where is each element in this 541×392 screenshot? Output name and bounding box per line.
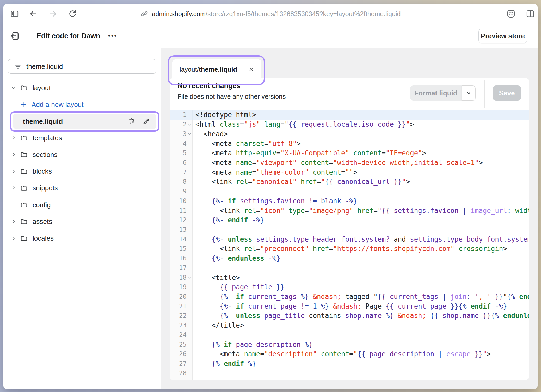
code-line-13: 13 <box>170 225 529 235</box>
line-number-9: 9 <box>170 187 193 196</box>
code-text[interactable]: <meta name="viewport" content="width=dev… <box>193 159 483 167</box>
split-view-icon[interactable] <box>525 8 536 20</box>
more-actions-button[interactable]: ••• <box>108 33 117 39</box>
file-item-label: theme.liquid <box>23 118 121 126</box>
code-text[interactable]: <link rel="preconnect" href="https://fon… <box>193 245 507 253</box>
code-editor[interactable]: 1<!doctype html>2<html class="js" lang="… <box>170 110 529 380</box>
sidebar-item-layout[interactable]: layout <box>3 79 161 96</box>
chevron-right-icon[interactable] <box>10 168 17 175</box>
sidebar-item-assets[interactable]: assets <box>3 213 161 230</box>
code-line-7: 7 <meta name="theme-color" content=""> <box>170 167 529 177</box>
folder-icon <box>20 134 28 142</box>
plus-icon <box>20 101 27 108</box>
address-bar[interactable]: admin.shopify.com/store/rzq1xu-f5/themes… <box>140 10 401 18</box>
code-text[interactable]: {%- endif -%} <box>193 216 264 224</box>
fold-toggle-icon[interactable] <box>187 122 192 126</box>
code-text[interactable]: {{ page_title }} <box>193 283 285 291</box>
fold-toggle-icon[interactable] <box>187 275 192 280</box>
code-text[interactable]: <meta http-equiv="X-UA-Compatible" conte… <box>193 149 426 157</box>
chevron-down-icon[interactable] <box>10 84 17 91</box>
code-line-4: 4 <meta charset="utf-8"> <box>170 139 529 148</box>
editor-info-bar: No recent changes File does not have any… <box>170 78 529 110</box>
chevron-right-icon[interactable] <box>10 185 17 191</box>
code-line-19: 19 {{ page_title }} <box>170 282 529 292</box>
close-tab-icon[interactable] <box>247 65 255 73</box>
code-line-2: 2<html class="js" lang="{{ request.local… <box>170 120 529 129</box>
tab-layout-theme-liquid[interactable]: layout/theme.liquid <box>172 59 261 79</box>
folder-label: layout <box>33 84 51 92</box>
save-button: Save <box>493 85 521 101</box>
sidebar-item-snippets[interactable]: snippets <box>3 180 161 196</box>
sidebar-item-locales[interactable]: locales <box>3 230 161 247</box>
line-number-2: 2 <box>170 120 193 129</box>
code-line-9: 9 <box>170 187 529 196</box>
format-options-dropdown[interactable] <box>462 85 476 101</box>
code-text[interactable]: {%- endunless -%} <box>193 254 280 262</box>
code-text[interactable]: <head> <box>193 130 228 138</box>
sidebar-item-templates[interactable]: templates <box>3 130 161 146</box>
edit-icon[interactable] <box>142 117 151 126</box>
folder-icon <box>20 84 28 92</box>
sidebar-item-theme-liquid[interactable]: theme.liquid <box>10 111 159 132</box>
code-text[interactable]: <meta name="description" content="{{ pag… <box>193 350 491 358</box>
line-number-19: 19 <box>170 282 193 292</box>
line-number-15: 15 <box>170 244 193 254</box>
chevron-right-icon[interactable] <box>10 134 17 141</box>
back-icon[interactable] <box>28 8 39 20</box>
code-text[interactable]: <meta name="theme-color" content=""> <box>193 168 357 176</box>
file-sidebar: layoutAdd a new layouttheme.liquidtempla… <box>3 48 161 389</box>
code-text[interactable]: {% endif %} <box>193 360 256 368</box>
line-number-20: 20 <box>170 292 193 302</box>
code-line-28: 28 <box>170 368 529 378</box>
toolbar-divider <box>484 80 485 108</box>
status-subtitle: File does not have any other versions <box>177 93 286 100</box>
chevron-right-icon <box>10 201 17 208</box>
url-host: admin.shopify.com <box>152 10 206 17</box>
reload-icon[interactable] <box>67 8 78 20</box>
sidebar-toggle-icon[interactable] <box>9 8 20 20</box>
folder-icon <box>20 167 28 175</box>
code-line-29: 29 {% render 'meta-tags' %} <box>170 378 529 380</box>
status-title: No recent changes <box>177 82 241 90</box>
code-line-6: 6 <meta name="viewport" content="width=d… <box>170 158 529 168</box>
chevron-right-icon[interactable] <box>10 235 17 242</box>
format-liquid-button[interactable]: Format liquid <box>410 85 462 101</box>
code-text[interactable]: <html class="js" lang="{{ request.locale… <box>193 120 414 128</box>
code-text[interactable]: {% if page_description %} <box>193 341 313 348</box>
page-title: Edit code for Dawn <box>36 32 100 40</box>
chevron-right-icon[interactable] <box>10 151 17 158</box>
browser-window: admin.shopify.com/store/rzq1xu-f5/themes… <box>3 4 538 389</box>
sidebar-item-sections[interactable]: sections <box>3 146 161 163</box>
trash-icon[interactable] <box>127 117 136 126</box>
sidebar-item-add-a-new-layout[interactable]: Add a new layout <box>3 96 161 113</box>
line-number-25: 25 <box>170 340 193 349</box>
page-settings-icon[interactable] <box>505 8 517 20</box>
code-text[interactable]: <link rel="canonical" href="{{ canonical… <box>193 178 410 186</box>
code-text[interactable]: <meta charset="utf-8"> <box>193 140 301 148</box>
code-text[interactable]: <!doctype html> <box>193 111 256 119</box>
code-text[interactable]: {% render 'meta-tags' %} <box>193 379 309 380</box>
code-text[interactable]: <title> <box>193 274 240 281</box>
preview-store-button[interactable]: Preview store <box>478 29 527 43</box>
sidebar-item-blocks[interactable]: blocks <box>3 163 161 180</box>
code-line-27: 27 {% endif %} <box>170 359 529 369</box>
code-text[interactable]: <link rel="icon" type="image/png" href="… <box>193 207 529 215</box>
exit-editor-icon[interactable] <box>10 30 21 42</box>
code-text[interactable]: {%- unless page_title contains shop.name… <box>193 312 529 320</box>
code-line-18: 18 <title> <box>170 273 529 282</box>
code-text[interactable]: {%- if settings.favicon != blank -%} <box>193 197 357 205</box>
folder-icon <box>20 184 28 192</box>
code-text[interactable]: </title> <box>193 321 244 329</box>
folder-label: snippets <box>33 184 58 192</box>
code-text[interactable]: {%- if current_tags %} &ndash; tagged "{… <box>193 293 529 301</box>
chevron-right-icon[interactable] <box>10 218 17 225</box>
code-text[interactable]: {%- if current_page != 1 %} &ndash; Page… <box>193 302 507 310</box>
sidebar-item-config[interactable]: config <box>3 197 161 213</box>
line-number-23: 23 <box>170 321 193 330</box>
code-line-24: 24 <box>170 330 529 340</box>
code-text[interactable]: {%- unless settings.type_header_font.sys… <box>193 235 529 243</box>
file-item-selected[interactable]: theme.liquid <box>13 114 156 129</box>
code-line-20: 20 {%- if current_tags %} &ndash; tagged… <box>170 292 529 302</box>
fold-toggle-icon[interactable] <box>187 132 192 136</box>
line-number-10: 10 <box>170 196 193 206</box>
